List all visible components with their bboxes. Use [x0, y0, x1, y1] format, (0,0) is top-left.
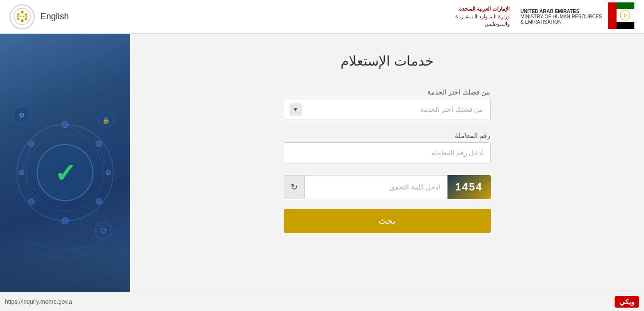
svg-text:☪: ☪ — [623, 13, 628, 18]
header-left: ★★★★ English — [10, 4, 69, 29]
svg-text:🔒: 🔒 — [102, 116, 110, 124]
url-display: https://inquiry.mohre.gov.a — [5, 298, 72, 305]
service-select-wrapper: من فضلك اختر الخدمة ▼ — [284, 99, 491, 120]
bottom-bar: ويكي https://inquiry.mohre.gov.a — [0, 292, 644, 311]
service-label: من فضلك اختر الخدمة — [284, 88, 491, 96]
svg-text:🛡: 🛡 — [100, 227, 107, 235]
main-content: خدمات الإستعلام من فضلك اختر الخدمة من ف… — [0, 34, 644, 311]
ministry-name-ar: الإمارات العربية المتحدة وزارة الـمـوارد… — [455, 5, 510, 27]
svg-rect-10 — [617, 2, 634, 9]
svg-point-4 — [21, 19, 24, 22]
svg-point-23 — [62, 217, 68, 224]
svg-point-5 — [17, 17, 20, 20]
svg-rect-12 — [617, 22, 634, 29]
svg-point-3 — [25, 17, 27, 20]
uae-emblem: ☪ — [608, 2, 634, 31]
captcha-refresh-button[interactable]: ↻ — [284, 175, 305, 199]
captcha-row: ↻ 1454 — [284, 175, 491, 199]
refresh-icon: ↻ — [290, 182, 298, 192]
page-title: خدمات الإستعلام — [341, 53, 434, 69]
transaction-label: رقم المعاملة — [284, 132, 491, 139]
service-select[interactable]: من فضلك اختر الخدمة — [284, 99, 491, 120]
form-area: خدمات الإستعلام من فضلك اختر الخدمة من ف… — [130, 34, 644, 311]
right-image-panel: ✓ ⚙ — [0, 34, 130, 311]
language-toggle[interactable]: English — [40, 12, 69, 22]
svg-text:⚙: ⚙ — [19, 111, 25, 119]
svg-line-29 — [22, 144, 31, 173]
svg-point-22 — [96, 199, 102, 204]
header-right: الإمارات العربية المتحدة وزارة الـمـوارد… — [455, 2, 634, 31]
ministry-name-en: UNITED ARAB EMIRATES MINISTRY OF HUMAN R… — [520, 9, 602, 25]
inquiry-form: من فضلك اختر الخدمة من فضلك اختر الخدمة … — [284, 88, 491, 233]
svg-point-24 — [28, 199, 34, 204]
search-button[interactable]: بحث — [284, 209, 491, 233]
captcha-code-display: 1454 — [447, 175, 491, 199]
svg-rect-9 — [608, 2, 617, 29]
header: ★★★★ English الإمارات العربية المتحدة وز… — [0, 0, 644, 34]
svg-line-28 — [99, 144, 108, 173]
logo: ★★★★ — [10, 4, 35, 29]
svg-point-1 — [21, 11, 24, 14]
wiki-badge[interactable]: ويكي — [615, 296, 639, 308]
captcha-input[interactable] — [305, 175, 447, 199]
logo-stars: ★★★★ — [13, 7, 31, 27]
transaction-input[interactable] — [284, 142, 491, 163]
svg-text:★★★★: ★★★★ — [16, 14, 28, 18]
tech-svg: ✓ ⚙ — [2, 76, 128, 269]
svg-text:✓: ✓ — [54, 159, 76, 188]
